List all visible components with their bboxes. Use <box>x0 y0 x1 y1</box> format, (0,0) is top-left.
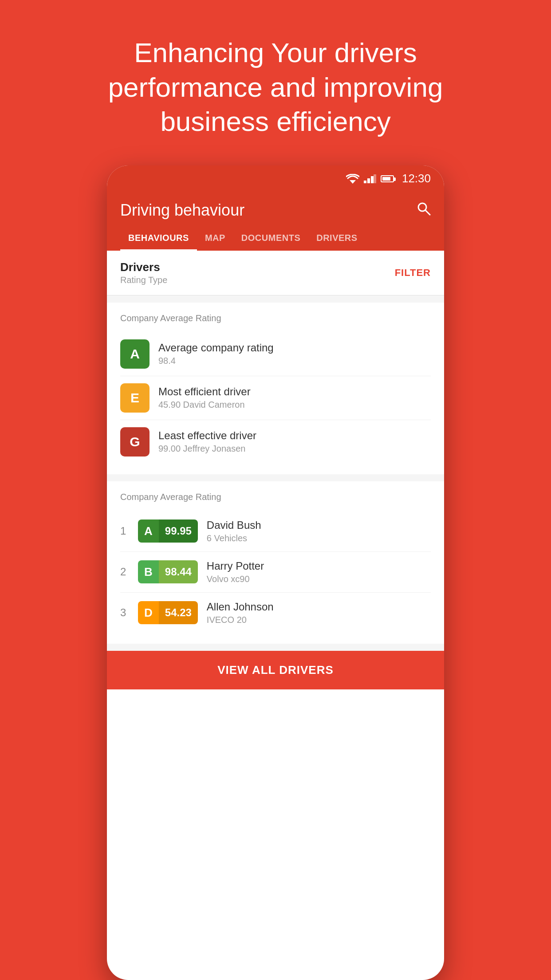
driver-name-3: Allen Johnson <box>207 601 274 613</box>
svg-line-6 <box>425 210 430 215</box>
rating-name-avg: Average company rating <box>158 342 274 354</box>
list-item: G Least effective driver 99.00 Jeffrey J… <box>120 420 431 464</box>
driver-letter-1: A <box>138 520 159 543</box>
status-icons: 12:30 <box>346 172 431 185</box>
svg-marker-0 <box>350 180 356 184</box>
driver-rank-2: 2 <box>120 566 138 578</box>
filter-button[interactable]: FILTER <box>395 267 431 279</box>
app-bar: Driving behaviour BEHAVIOURS MAP DOCUMEN… <box>107 192 444 251</box>
list-item: A Average company rating 98.4 <box>120 332 431 376</box>
rating-badge-a: A <box>120 339 150 369</box>
search-button[interactable] <box>417 201 431 219</box>
list-item: 2 B 98.44 Harry Potter Volvo xc90 <box>120 552 431 593</box>
rating-sub-avg: 98.4 <box>158 356 274 366</box>
tab-drivers[interactable]: DRIVERS <box>308 227 365 251</box>
rating-sub-efficient: 45.90 David Cameron <box>158 400 251 410</box>
driver-sub-1: 6 Vehicles <box>207 533 261 543</box>
phone-frame: 12:30 Driving behaviour BEHAVIOURS MAP D… <box>107 165 444 980</box>
signal-icon <box>364 174 376 183</box>
svg-rect-3 <box>371 176 374 183</box>
driver-letter-3: D <box>138 601 159 624</box>
search-icon <box>417 201 431 216</box>
list-item: 3 D 54.23 Allen Johnson IVECO 20 <box>120 593 431 633</box>
svg-rect-1 <box>364 181 366 183</box>
app-bar-title: Driving behaviour <box>120 201 244 220</box>
list-item: E Most efficient driver 45.90 David Came… <box>120 376 431 420</box>
wifi-icon <box>346 174 359 184</box>
section-subtitle: Rating Type <box>120 275 167 285</box>
driver-score-2: 98.44 <box>159 560 198 583</box>
rating-sub-least: 99.00 Jeffrey Jonasen <box>158 444 256 454</box>
svg-rect-4 <box>374 174 376 183</box>
list-item: 1 A 99.95 David Bush 6 Vehicles <box>120 511 431 552</box>
hero-text: Enhancing Your drivers performance and i… <box>76 0 475 165</box>
driver-sub-3: IVECO 20 <box>207 615 274 625</box>
svg-rect-2 <box>367 178 370 183</box>
content-area: Drivers Rating Type FILTER Company Avera… <box>107 251 444 689</box>
driver-rank-3: 3 <box>120 606 138 619</box>
rating-badge-e: E <box>120 383 150 413</box>
driver-ranking-label: Company Average Rating <box>120 492 431 502</box>
status-bar: 12:30 <box>107 165 444 192</box>
tab-documents[interactable]: DOCUMENTS <box>233 227 308 251</box>
status-time: 12:30 <box>402 172 431 185</box>
section-title: Drivers <box>120 260 167 274</box>
section-header: Drivers Rating Type FILTER <box>107 251 444 295</box>
battery-icon <box>381 175 394 182</box>
tab-bar: BEHAVIOURS MAP DOCUMENTS DRIVERS <box>120 227 431 251</box>
driver-name-1: David Bush <box>207 519 261 531</box>
driver-score-3: 54.23 <box>159 601 198 624</box>
tab-map[interactable]: MAP <box>197 227 233 251</box>
rating-name-least: Least effective driver <box>158 429 256 442</box>
tab-behaviours[interactable]: BEHAVIOURS <box>120 227 197 251</box>
driver-score-badge-3: D 54.23 <box>138 601 198 624</box>
rating-badge-g: G <box>120 427 150 457</box>
company-summary-label: Company Average Rating <box>120 313 431 323</box>
view-all-drivers-button[interactable]: VIEW ALL DRIVERS <box>107 651 444 689</box>
driver-rank-1: 1 <box>120 525 138 537</box>
rating-name-efficient: Most efficient driver <box>158 386 251 398</box>
driver-letter-2: B <box>138 560 159 583</box>
driver-score-badge-1: A 99.95 <box>138 520 198 543</box>
driver-score-badge-2: B 98.44 <box>138 560 198 583</box>
company-summary-card: Company Average Rating A Average company… <box>107 303 444 474</box>
driver-name-2: Harry Potter <box>207 560 264 572</box>
driver-ranking-card: Company Average Rating 1 A 99.95 David B… <box>107 481 444 644</box>
driver-sub-2: Volvo xc90 <box>207 574 264 584</box>
driver-score-1: 99.95 <box>159 520 198 543</box>
